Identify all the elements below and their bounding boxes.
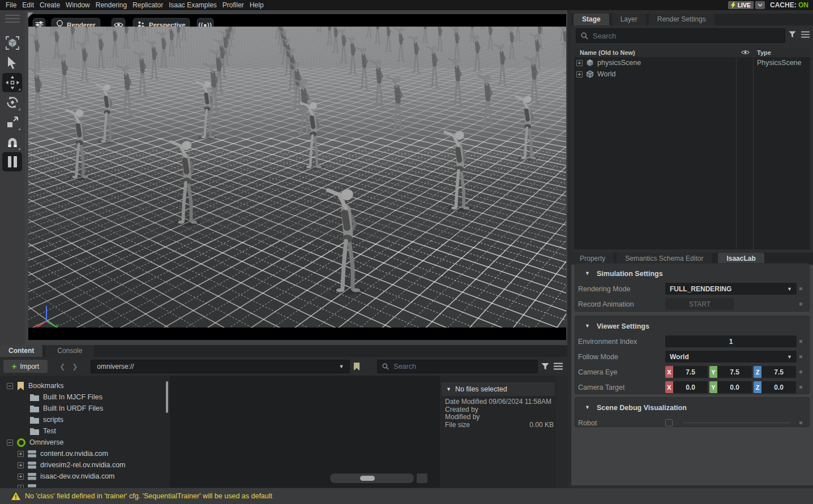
svg-text:Y: Y [55,323,59,328]
svg-text:X: X [35,323,38,328]
